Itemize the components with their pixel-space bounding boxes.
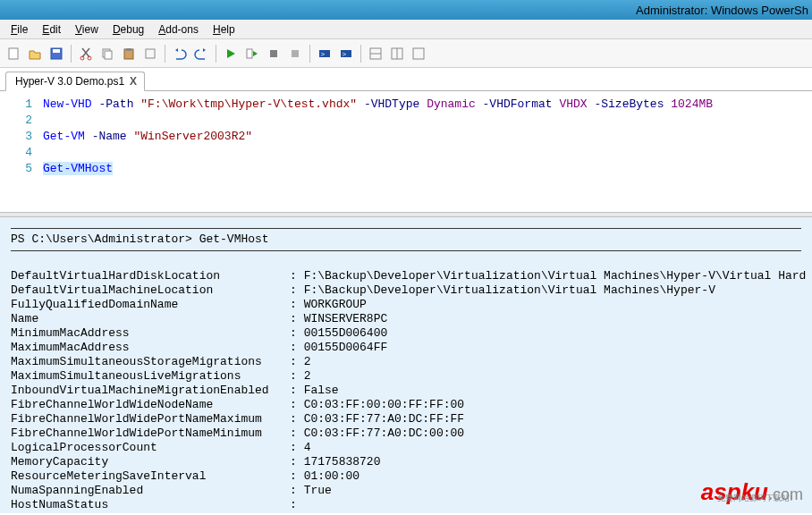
separator [71,45,72,63]
save-button[interactable] [47,44,66,63]
separator [360,45,361,63]
menubar: File Edit View Debug Add-ons Help [0,20,812,39]
code-line[interactable]: New-VHD -Path "F:\Work\tmp\Hyper-V\test.… [43,97,713,113]
redo-button[interactable] [191,44,211,63]
new-button[interactable] [4,44,23,63]
run-button[interactable] [221,44,241,63]
new-remote-button[interactable]: >_ [315,44,334,63]
separator [165,45,165,63]
cut-button[interactable] [76,44,96,63]
menu-debug[interactable]: Debug [106,21,151,38]
tab-label: Hyper-V 3.0 Demo.ps1 [15,75,124,88]
svg-text:>_: >_ [320,50,329,58]
undo-button[interactable] [170,44,190,63]
console-prompt: PS C:\Users\Administrator> Get-VMHost [11,232,801,247]
clear-button[interactable] [140,44,160,63]
code-line[interactable]: Get-VM -Name "WinServer2003R2" [43,129,252,145]
console-pane[interactable]: PS C:\Users\Administrator> Get-VMHost De… [0,217,812,513]
svg-rect-9 [146,49,155,58]
open-button[interactable] [25,44,45,63]
powershell-button[interactable]: >_ [336,44,356,63]
window-title: Administrator: Windows PowerSh [636,4,808,17]
code-line[interactable]: Get-VMHost [43,161,113,177]
svg-rect-8 [126,48,131,51]
layout-max-button[interactable] [409,44,428,63]
line-number: 3 [0,129,43,145]
divider [11,250,801,251]
svg-rect-2 [53,49,60,53]
script-editor[interactable]: 1 New-VHD -Path "F:\Work\tmp\Hyper-V\tes… [0,91,812,212]
svg-rect-10 [247,49,252,58]
menu-file[interactable]: File [4,21,35,38]
tab-strip: Hyper-V 3.0 Demo.ps1 X [0,68,812,91]
tab-close-button[interactable]: X [130,75,137,88]
titlebar: Administrator: Windows PowerSh [0,0,812,20]
svg-rect-0 [9,48,18,59]
watermark: aspku.com 免费网站源码下载站! [701,478,803,506]
line-number: 4 [0,145,43,161]
layout-top-button[interactable] [366,44,385,63]
line-number: 5 [0,161,43,177]
svg-rect-21 [413,48,424,59]
console-output: DefaultVirtualHardDiskLocation : F:\Back… [11,269,801,513]
svg-text:>_: >_ [342,50,351,58]
divider [11,228,801,229]
line-number: 1 [0,97,43,113]
line-number: 2 [0,113,43,129]
tab-script[interactable]: Hyper-V 3.0 Demo.ps1 X [5,72,145,91]
svg-rect-12 [292,50,299,57]
run-selection-button[interactable] [242,44,262,63]
paste-button[interactable] [119,44,139,63]
menu-addons[interactable]: Add-ons [151,21,206,38]
stop-button[interactable] [264,44,283,63]
copy-button[interactable] [97,44,117,63]
svg-rect-6 [105,51,112,59]
menu-help[interactable]: Help [206,21,242,38]
watermark-subtitle: 免费网站源码下载站! [717,493,792,504]
separator [309,45,310,63]
menu-edit[interactable]: Edit [35,21,68,38]
layout-side-button[interactable] [387,44,407,63]
separator [216,45,216,63]
toolbar: >_ >_ [0,39,812,68]
svg-rect-11 [270,50,277,57]
stop-debug-button[interactable] [285,44,305,63]
menu-view[interactable]: View [68,21,106,38]
